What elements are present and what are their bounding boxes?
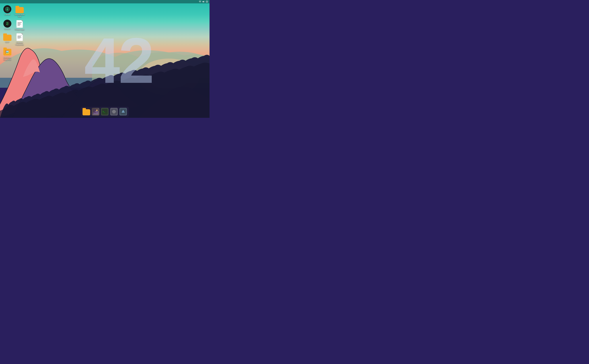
mountains-illustration — [0, 3, 209, 118]
desktop-icons: LokiNet Service Node Stuff Session — [1, 5, 25, 62]
power-icon — [206, 1, 208, 3]
desktop-icon-private-keys[interactable]: Private Keys — [14, 19, 25, 31]
svg-point-14 — [96, 110, 98, 111]
svg-rect-23 — [114, 110, 114, 110]
svg-rect-24 — [114, 113, 114, 114]
service-node-folder-icon — [15, 5, 24, 13]
session-label: Session — [4, 28, 10, 30]
dock-item-files[interactable] — [82, 108, 90, 116]
topbar — [0, 0, 209, 3]
private-keys-icon — [16, 20, 23, 28]
svg-point-22 — [114, 111, 114, 112]
session-icon — [3, 20, 11, 28]
desktop-icon-christmas-party-pics[interactable]: 🖼️ Christmas Party Pics — [1, 47, 13, 62]
desktop-icon-lokinet[interactable]: LokiNet — [1, 5, 13, 16]
private-keys-label: Private Keys — [15, 29, 24, 31]
desktop-icon-plaintext-passwords[interactable]: Plaintext Passwords — [14, 32, 25, 46]
svg-point-6 — [7, 9, 8, 10]
wip-folder-icon — [3, 33, 12, 41]
dock: >_ — [81, 107, 129, 117]
dock-item-settings[interactable] — [110, 108, 118, 116]
desktop-icon-service-node-stuff[interactable]: Service Node Stuff — [14, 5, 25, 18]
terminal-icon: >_ — [101, 108, 109, 116]
dock-item-terminal[interactable]: >_ — [101, 108, 109, 116]
desktop-icon-wip[interactable]: W.I.P — [1, 32, 13, 44]
trash-icon — [119, 108, 127, 116]
image-viewer-icon — [92, 108, 99, 116]
settings-icon — [110, 108, 118, 116]
christmas-folder-icon: 🖼️ — [3, 48, 12, 56]
dock-item-image-viewer[interactable] — [91, 108, 100, 116]
svg-text:>_: >_ — [103, 110, 105, 113]
volume-icon — [202, 1, 205, 3]
plaintext-passwords-label: Plaintext Passwords — [14, 42, 25, 46]
christmas-party-pics-label: Christmas Party Pics — [2, 57, 13, 61]
wip-label: W.I.P — [5, 41, 9, 43]
service-node-stuff-label: Service Node Stuff — [14, 14, 25, 18]
lokinet-icon — [3, 5, 11, 13]
svg-rect-25 — [112, 111, 113, 112]
dock-item-trash[interactable] — [119, 108, 127, 116]
lokinet-label: LokiNet — [4, 14, 10, 16]
image-icon: 🖼️ — [5, 50, 9, 54]
svg-point-32 — [123, 111, 124, 112]
svg-rect-26 — [115, 111, 116, 112]
wifi-icon — [199, 1, 201, 3]
wallpaper: 42 — [0, 3, 209, 118]
desktop-icon-session[interactable]: Session — [1, 19, 13, 31]
plaintext-passwords-icon — [16, 33, 23, 41]
